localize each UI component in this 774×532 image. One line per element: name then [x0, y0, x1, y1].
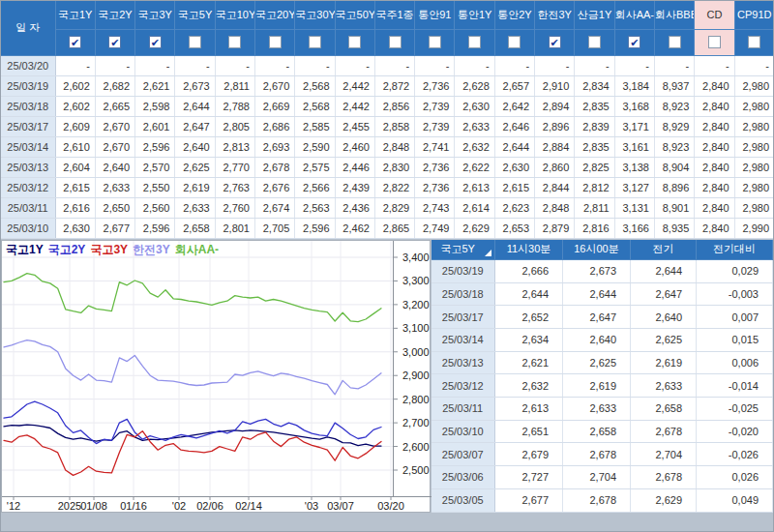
date-cell: 25/03/13 [1, 157, 55, 177]
column-header-국고2Y[interactable]: 국고2Y [95, 1, 134, 29]
value-cell: - [175, 55, 215, 75]
date-cell: 25/03/11 [1, 197, 55, 218]
value-cell: 2,835 [575, 136, 614, 157]
column-checkbox-국고20Y[interactable] [269, 36, 282, 48]
value-cell: 2,741 [415, 136, 455, 157]
value-cell: 2,446 [335, 157, 374, 177]
value-cell: 2,602 [55, 75, 95, 96]
column-checkbox-국고50Y[interactable] [348, 36, 361, 48]
column-checkbox-국고3Y[interactable]: ✔ [149, 36, 162, 48]
value-cell: - [335, 55, 374, 75]
value-cell: 2,462 [335, 218, 374, 238]
value-cell: 2,602 [55, 96, 95, 116]
table-row: 25/03/142,6102,6702,5962,6402,8132,6932,… [1, 136, 774, 157]
value-cell: 2,616 [55, 197, 95, 218]
column-header-CP91D[interactable]: CP91D [734, 1, 774, 29]
table-row: 25/03/072,6792,6782,704-0,026 [432, 443, 773, 466]
date-cell: 25/03/12 [1, 177, 55, 197]
value-cell: 2,763 [215, 177, 254, 197]
value-cell: 2,736 [415, 157, 455, 177]
date-cell: 25/03/10 [1, 218, 55, 238]
value-cell: 2,598 [135, 96, 175, 116]
column-checkbox-cell-국고1Y: ✔ [55, 29, 95, 55]
column-header-통안91[interactable]: 통안91 [415, 1, 455, 29]
table-row: 25/03/192,6662,6732,6440,029 [432, 260, 773, 283]
date-cell: 25/03/20 [1, 55, 55, 75]
column-checkbox-회사BBB-[interactable] [669, 36, 681, 48]
value-cell: 2,568 [295, 75, 335, 96]
column-header-국주1종[interactable]: 국주1종 [374, 1, 414, 29]
value-prev: 2,647 [631, 282, 697, 306]
column-header-국고5Y[interactable]: 국고5Y [175, 1, 215, 29]
column-header-국고10Y[interactable]: 국고10Y [215, 1, 254, 29]
column-header-CD[interactable]: CD [695, 1, 734, 29]
column-checkbox-cell-CD [695, 29, 734, 55]
column-header-국고20Y[interactable]: 국고20Y [254, 1, 294, 29]
column-checkbox-cell-국고2Y: ✔ [95, 29, 134, 55]
value-cell: 2,615 [494, 177, 534, 197]
column-checkbox-CD[interactable] [708, 36, 721, 48]
value-cell: 2,563 [295, 197, 335, 218]
column-checkbox-국주1종[interactable] [389, 36, 402, 48]
value-prev: 2,644 [631, 260, 697, 283]
value-cell: 2,436 [335, 197, 374, 218]
column-checkbox-cell-CP91D [734, 29, 774, 55]
value-cell: 8,901 [654, 197, 694, 218]
value-1600: 2,658 [563, 420, 631, 443]
value-cell: 2,980 [734, 96, 774, 116]
column-header-통안2Y[interactable]: 통안2Y [494, 1, 534, 29]
value-cell: 2,550 [135, 177, 175, 197]
value-cell: 2,760 [215, 197, 254, 218]
column-header-한전3Y[interactable]: 한전3Y [535, 1, 575, 29]
column-checkbox-통안1Y[interactable] [468, 36, 481, 48]
detail-header-16시00분: 16시00분 [563, 240, 631, 260]
column-checkbox-CP91D[interactable] [748, 36, 760, 48]
column-checkbox-국고30Y[interactable] [309, 36, 321, 48]
value-1600: 2,647 [563, 306, 631, 329]
column-header-회사BBB-[interactable]: 회사BBB- [654, 1, 694, 29]
value-1600: 2,640 [563, 329, 631, 352]
value-change: 0,029 [697, 260, 773, 283]
legend-item-한전3Y[interactable]: 한전3Y [133, 243, 170, 256]
value-cell: 2,840 [695, 96, 734, 116]
value-cell: 2,736 [415, 177, 455, 197]
column-checkbox-한전3Y[interactable]: ✔ [549, 36, 561, 48]
column-checkbox-산금1Y[interactable] [588, 36, 601, 48]
column-header-국고30Y[interactable]: 국고30Y [295, 1, 335, 29]
detail-header-국고5Y[interactable]: 국고5Y [432, 240, 495, 260]
value-change: -0,003 [697, 282, 773, 306]
value-cell: 2,673 [175, 75, 215, 96]
value-cell: 2,560 [135, 197, 175, 218]
value-cell: 2,739 [415, 96, 455, 116]
value-cell: 8,923 [654, 96, 694, 116]
column-checkbox-통안2Y[interactable] [508, 36, 521, 48]
column-header-산금1Y[interactable]: 산금1Y [575, 1, 614, 29]
value-cell: 2,813 [215, 136, 254, 157]
value-cell: 2,840 [695, 136, 734, 157]
legend-item-회사AA-[interactable]: 회사AA- [175, 243, 219, 256]
value-cell: - [215, 55, 254, 75]
table-row: 25/03/102,6512,6582,678-0,020 [432, 420, 773, 443]
legend-item-국고3Y[interactable]: 국고3Y [90, 243, 128, 256]
column-checkbox-국고1Y[interactable]: ✔ [69, 36, 81, 48]
x-tick-label: 02/06 [196, 500, 223, 512]
column-checkbox-국고2Y[interactable]: ✔ [108, 36, 121, 48]
x-tick-label: 01/08 [80, 500, 107, 512]
column-header-국고3Y[interactable]: 국고3Y [135, 1, 175, 29]
column-checkbox-통안91[interactable] [429, 36, 441, 48]
column-checkbox-국고5Y[interactable] [189, 36, 201, 48]
value-cell: - [494, 55, 534, 75]
column-checkbox-국고10Y[interactable] [228, 36, 241, 48]
column-checkbox-회사AA-[interactable]: ✔ [628, 36, 640, 48]
value-cell: - [734, 55, 774, 75]
legend-item-국고1Y[interactable]: 국고1Y [6, 243, 44, 256]
column-header-통안1Y[interactable]: 통안1Y [455, 1, 494, 29]
value-cell: - [575, 55, 614, 75]
column-header-회사AA-[interactable]: 회사AA- [614, 1, 654, 29]
legend-item-국고2Y[interactable]: 국고2Y [48, 243, 86, 256]
value-cell: 2,642 [494, 96, 534, 116]
column-header-국고1Y[interactable]: 국고1Y [55, 1, 95, 29]
value-change: -0,014 [697, 374, 773, 398]
value-cell: 2,442 [335, 96, 374, 116]
column-header-국고50Y[interactable]: 국고50Y [335, 1, 374, 29]
